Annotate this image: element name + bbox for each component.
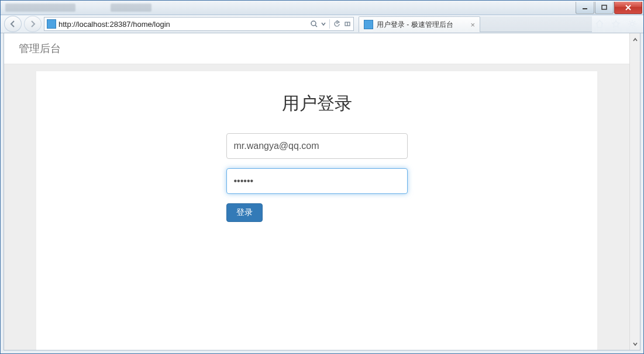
address-bar[interactable]: http://localhost:28387/home/login (44, 17, 354, 31)
scroll-down-button[interactable] (631, 339, 639, 349)
refresh-icon[interactable] (333, 20, 340, 27)
window-maximize-button[interactable] (595, 2, 614, 14)
command-bar (594, 19, 640, 29)
svg-line-13 (629, 21, 631, 22)
forward-icon (29, 20, 37, 28)
tab-strip: 用户登录 - 极速管理后台 × (359, 16, 592, 32)
compat-icon[interactable] (344, 20, 351, 27)
nav-forward-button[interactable] (24, 16, 42, 32)
minimize-icon (582, 5, 588, 11)
page-body: 管理后台 用户登录 登录 (4, 33, 629, 350)
site-navbar: 管理后台 (4, 33, 629, 64)
tab-title: 用户登录 - 极速管理后台 (377, 20, 453, 30)
titlebar-blur-area (1, 1, 576, 15)
tab-close-button[interactable]: × (470, 21, 475, 29)
page-heading: 用户登录 (48, 92, 586, 116)
password-input[interactable] (226, 168, 408, 194)
login-panel: 用户登录 登录 (36, 71, 597, 350)
tab-strip-background (480, 16, 592, 32)
login-form: 登录 (226, 133, 408, 222)
window-minimize-button[interactable] (576, 2, 594, 14)
search-icon[interactable] (311, 20, 318, 27)
browser-tab-active[interactable]: 用户登录 - 极速管理后台 × (359, 16, 480, 32)
favorites-icon (611, 19, 621, 29)
svg-point-4 (311, 21, 316, 26)
login-button[interactable]: 登录 (226, 203, 263, 222)
favorites-button[interactable] (611, 19, 621, 29)
svg-line-5 (315, 25, 317, 27)
svg-line-14 (635, 26, 636, 27)
brand-label: 管理后台 (19, 41, 61, 55)
email-input[interactable] (226, 133, 408, 159)
site-favicon (47, 19, 56, 29)
svg-line-16 (635, 21, 636, 22)
browser-toolbar: http://localhost:28387/home/login 用户登录 -… (1, 15, 643, 33)
home-button[interactable] (594, 19, 605, 29)
tab-favicon (364, 20, 373, 29)
window-titlebar (1, 1, 643, 15)
settings-button[interactable] (627, 19, 638, 29)
scroll-up-button[interactable] (631, 34, 639, 44)
window-close-button[interactable] (614, 2, 642, 14)
page-background: 用户登录 登录 (4, 64, 629, 350)
vertical-scrollbar[interactable] (629, 33, 640, 350)
nav-back-button[interactable] (4, 16, 22, 32)
content-viewport: 管理后台 用户登录 登录 (4, 33, 640, 350)
svg-line-15 (629, 26, 631, 27)
chevron-up-icon (632, 37, 638, 43)
svg-point-8 (631, 22, 634, 26)
close-icon (625, 4, 632, 11)
gear-icon (628, 19, 637, 29)
svg-rect-1 (602, 5, 607, 9)
dropdown-icon[interactable] (321, 22, 326, 26)
address-bar-url: http://localhost:28387/home/login (58, 20, 170, 29)
home-icon (595, 19, 604, 29)
back-icon (9, 20, 17, 28)
browser-window: http://localhost:28387/home/login 用户登录 -… (0, 0, 644, 354)
chevron-down-icon (632, 341, 638, 347)
maximize-icon (601, 5, 607, 11)
